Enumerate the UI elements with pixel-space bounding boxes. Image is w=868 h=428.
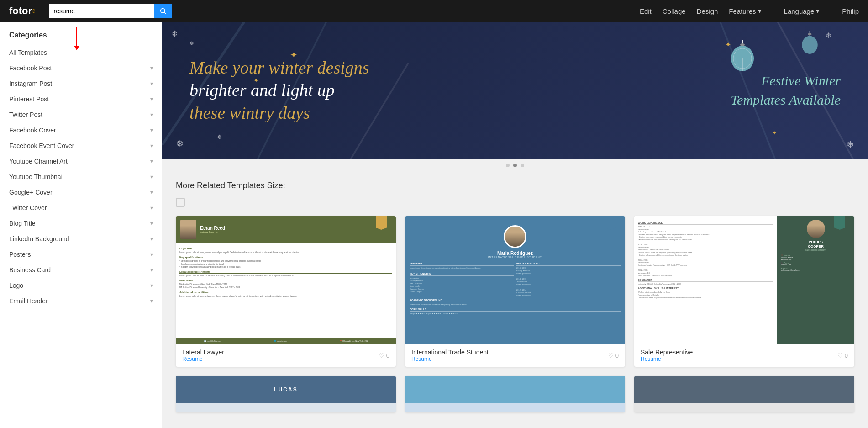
sidebar-item-facebook-cover[interactable]: Facebook Cover ▾ (0, 122, 162, 138)
nav-collage[interactable]: Collage (663, 7, 686, 15)
sidebar-item-all-templates[interactable]: All Templates (0, 45, 162, 60)
banner-dot-3[interactable] (521, 164, 524, 167)
user-name[interactable]: Philip (842, 7, 859, 15)
nav-design[interactable]: Design (697, 7, 718, 15)
chevron-right-icon: ▾ (150, 205, 153, 211)
sidebar-item-youtube-thumbnail[interactable]: Youtube Thumbnail ▾ (0, 169, 162, 185)
svg-line-3 (203, 22, 326, 159)
template-name: Sale Representive (641, 349, 693, 356)
size-filter-checkbox[interactable] (176, 198, 185, 207)
sidebar-item-label: Youtube Thumbnail (9, 173, 64, 180)
template-image-2: Maria Rodriguez INTERNATIONAL TRADE STUD… (405, 216, 625, 344)
sidebar-item-youtube-channel-art[interactable]: Youtube Channel Art ▾ (0, 153, 162, 169)
nav-edit[interactable]: Edit (640, 7, 652, 15)
chevron-right-icon: ▾ (150, 251, 153, 258)
search-input[interactable] (49, 4, 154, 18)
chevron-right-icon: ▾ (150, 158, 153, 164)
banner-dot-1[interactable] (506, 164, 510, 167)
template-type: Resume (641, 356, 693, 362)
like-count: 0 (615, 352, 619, 359)
template-meta: Lateral Lawyer Resume (182, 349, 224, 362)
svg-point-0 (161, 9, 165, 13)
like-count: 0 (845, 352, 848, 359)
sparkle-icon: ✦ (253, 77, 259, 84)
sidebar-item-pinterest-post[interactable]: Pinterest Post ▾ (0, 91, 162, 107)
arrow-indicator (74, 27, 79, 50)
nav-features[interactable]: Features ▾ (729, 7, 761, 15)
sidebar-item-google-cover[interactable]: Google+ Cover ▾ (0, 185, 162, 200)
banner-dot-2[interactable] (513, 164, 517, 167)
template-card-sale-rep[interactable]: WORK EXPERIENCE 2012 - Present Vancouver… (634, 216, 854, 367)
chevron-right-icon: ▾ (150, 80, 153, 87)
heart-icon: ♡ (379, 352, 384, 359)
ornament-icon (797, 24, 822, 58)
sidebar-item-label: Pinterest Post (9, 95, 49, 103)
template-card-lucas[interactable]: LUCAS (176, 376, 396, 412)
sidebar-item-email-header[interactable]: Email Header ▾ (0, 293, 162, 309)
chevron-right-icon: ▾ (150, 282, 153, 289)
sidebar: Categories All Templates Facebook Post ▾… (0, 22, 162, 428)
sidebar-item-logo[interactable]: Logo ▾ (0, 278, 162, 293)
heart-icon: ♡ (837, 352, 843, 359)
logo[interactable]: fotor® (9, 5, 35, 17)
sidebar-item-facebook-post[interactable]: Facebook Post ▾ (0, 60, 162, 76)
header: fotor® Edit Collage Design Features ▾ La… (0, 0, 868, 22)
banner-decoration (162, 22, 868, 159)
template-name: International Trade Student (411, 349, 489, 356)
template-card-blue[interactable] (405, 376, 625, 412)
categories-title: Categories (0, 31, 162, 45)
search-button[interactable] (154, 4, 172, 18)
template-type: Resume (182, 356, 224, 362)
search-icon (159, 7, 167, 15)
template-info-2: International Trade Student Resume ♡ 0 (405, 344, 625, 367)
svg-line-6 (778, 22, 868, 159)
template-card-international-trade[interactable]: Maria Rodriguez INTERNATIONAL TRADE STUD… (405, 216, 625, 367)
chevron-right-icon: ▾ (150, 143, 153, 149)
bookmark-badge (834, 216, 845, 230)
sidebar-item-label: Facebook Post (9, 64, 52, 72)
logo-dot: ® (32, 9, 35, 14)
template-name: Lateral Lawyer (182, 349, 224, 356)
templates-grid: Ethan Reed Lateral Lawyer Objective Lore… (162, 207, 868, 376)
template-like[interactable]: ♡ 0 (379, 352, 389, 359)
sidebar-item-twitter-post[interactable]: Twitter Post ▾ (0, 107, 162, 122)
sidebar-item-linkedin-background[interactable]: LinkedIn Background ▾ (0, 231, 162, 247)
chevron-right-icon: ▾ (150, 236, 153, 242)
second-row-grid: LUCAS (162, 376, 868, 422)
ornament-icon (726, 31, 758, 72)
sidebar-item-label: Facebook Event Cover (9, 142, 74, 149)
sidebar-item-blog-title[interactable]: Blog Title ▾ (0, 216, 162, 231)
template-like[interactable]: ♡ 0 (837, 352, 848, 359)
sparkle-icon: ✦ (725, 40, 731, 49)
sparkle-icon: ✦ (290, 49, 298, 60)
sidebar-item-twitter-cover[interactable]: Twitter Cover ▾ (0, 200, 162, 216)
heart-icon: ♡ (608, 352, 614, 359)
bookmark-badge (376, 216, 387, 230)
sidebar-item-label: Facebook Cover (9, 127, 56, 134)
sidebar-item-label: Posters (9, 251, 31, 258)
sidebar-item-label: Twitter Cover (9, 204, 47, 211)
related-section-header: More Related Templates Size: (162, 172, 868, 207)
template-meta: Sale Representive Resume (641, 349, 693, 362)
sparkle-icon: ✦ (772, 130, 777, 136)
sidebar-item-business-card[interactable]: Business Card ▾ (0, 262, 162, 278)
sidebar-item-posters[interactable]: Posters ▾ (0, 247, 162, 262)
nav-language[interactable]: Language ▾ (784, 7, 820, 15)
sidebar-item-instagram-post[interactable]: Instagram Post ▾ (0, 76, 162, 91)
chevron-right-icon: ▾ (150, 220, 153, 227)
template-preview (405, 376, 625, 403)
svg-line-2 (162, 22, 244, 145)
banner[interactable]: ❄ ❄ ❄ ❄ ❄ ❄ (162, 22, 868, 159)
template-card-dark[interactable] (634, 376, 854, 412)
template-type: Resume (411, 356, 489, 362)
template-image-3: WORK EXPERIENCE 2012 - Present Vancouver… (634, 216, 854, 344)
logo-text: fotor (9, 5, 32, 17)
related-title: More Related Templates Size: (176, 181, 854, 190)
sidebar-item-label: Google+ Cover (9, 189, 53, 196)
template-like[interactable]: ♡ 0 (608, 352, 619, 359)
header-divider-2 (831, 6, 831, 16)
chevron-right-icon: ▾ (150, 127, 153, 133)
template-card-lateral-lawyer[interactable]: Ethan Reed Lateral Lawyer Objective Lore… (176, 216, 396, 367)
sidebar-item-label: Youtube Channel Art (9, 158, 68, 165)
sidebar-item-facebook-event-cover[interactable]: Facebook Event Cover ▾ (0, 138, 162, 153)
